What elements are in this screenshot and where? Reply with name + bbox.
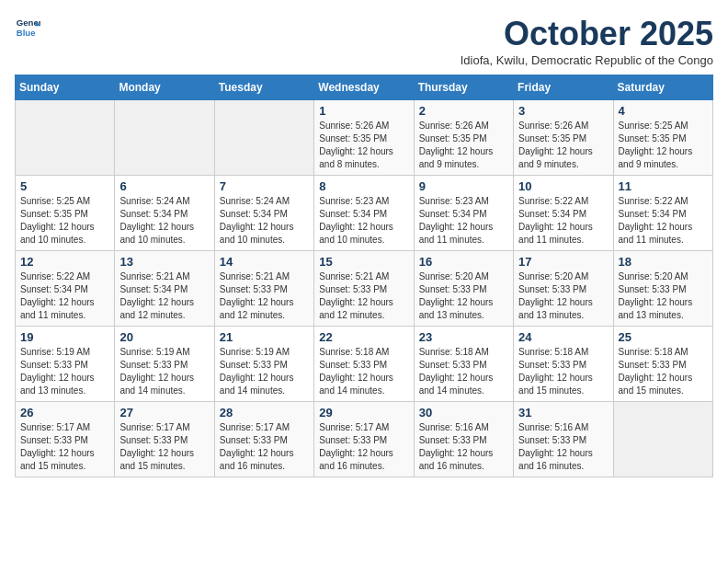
day-number: 19 <box>20 330 109 344</box>
day-number: 20 <box>119 330 209 344</box>
day-number: 18 <box>619 255 708 269</box>
day-info: Sunrise: 5:24 AM Sunset: 5:34 PM Dayligh… <box>119 195 209 247</box>
day-number: 14 <box>220 255 309 269</box>
calendar-cell: 3Sunrise: 5:26 AM Sunset: 5:35 PM Daylig… <box>514 100 613 176</box>
day-info: Sunrise: 5:22 AM Sunset: 5:34 PM Dayligh… <box>619 195 708 247</box>
weekday-header-thursday: Thursday <box>414 75 513 100</box>
day-number: 31 <box>518 406 608 419</box>
calendar-cell: 8Sunrise: 5:23 AM Sunset: 5:34 PM Daylig… <box>314 176 414 251</box>
week-row-3: 12Sunrise: 5:22 AM Sunset: 5:34 PM Dayli… <box>16 251 713 327</box>
calendar-cell: 7Sunrise: 5:24 AM Sunset: 5:34 PM Daylig… <box>214 176 313 251</box>
day-number: 24 <box>518 330 608 344</box>
calendar-cell: 17Sunrise: 5:20 AM Sunset: 5:33 PM Dayli… <box>514 251 613 327</box>
day-info: Sunrise: 5:18 AM Sunset: 5:33 PM Dayligh… <box>319 346 408 397</box>
calendar-cell: 29Sunrise: 5:17 AM Sunset: 5:33 PM Dayli… <box>314 402 414 477</box>
weekday-header-wednesday: Wednesday <box>314 75 414 100</box>
calendar-table: SundayMondayTuesdayWednesdayThursdayFrid… <box>15 75 713 477</box>
week-row-2: 5Sunrise: 5:25 AM Sunset: 5:35 PM Daylig… <box>16 176 713 251</box>
day-number: 16 <box>419 255 508 269</box>
day-info: Sunrise: 5:19 AM Sunset: 5:33 PM Dayligh… <box>119 346 209 397</box>
weekday-header-monday: Monday <box>115 75 214 100</box>
calendar-cell: 27Sunrise: 5:17 AM Sunset: 5:33 PM Dayli… <box>115 402 214 477</box>
calendar-cell: 10Sunrise: 5:22 AM Sunset: 5:34 PM Dayli… <box>514 176 613 251</box>
calendar-cell: 26Sunrise: 5:17 AM Sunset: 5:33 PM Dayli… <box>16 402 115 477</box>
day-info: Sunrise: 5:23 AM Sunset: 5:34 PM Dayligh… <box>319 195 408 247</box>
day-number: 13 <box>119 255 209 269</box>
calendar-cell: 12Sunrise: 5:22 AM Sunset: 5:34 PM Dayli… <box>16 251 115 327</box>
calendar-cell: 21Sunrise: 5:19 AM Sunset: 5:33 PM Dayli… <box>214 327 313 402</box>
day-number: 2 <box>419 104 508 118</box>
calendar-cell: 4Sunrise: 5:25 AM Sunset: 5:35 PM Daylig… <box>613 100 712 176</box>
subtitle: Idiofa, Kwilu, Democratic Republic of th… <box>461 53 713 67</box>
day-number: 11 <box>619 179 708 193</box>
svg-text:Blue: Blue <box>17 28 36 38</box>
day-info: Sunrise: 5:25 AM Sunset: 5:35 PM Dayligh… <box>619 120 708 171</box>
day-number: 10 <box>518 179 608 193</box>
calendar-cell <box>613 402 712 477</box>
day-info: Sunrise: 5:20 AM Sunset: 5:33 PM Dayligh… <box>419 270 508 322</box>
weekday-header-tuesday: Tuesday <box>214 75 313 100</box>
day-info: Sunrise: 5:26 AM Sunset: 5:35 PM Dayligh… <box>319 120 408 171</box>
day-number: 23 <box>419 330 508 344</box>
day-number: 3 <box>518 104 608 118</box>
day-number: 4 <box>619 104 708 118</box>
day-info: Sunrise: 5:16 AM Sunset: 5:33 PM Dayligh… <box>419 421 508 473</box>
week-row-1: 1Sunrise: 5:26 AM Sunset: 5:35 PM Daylig… <box>16 100 713 176</box>
day-info: Sunrise: 5:17 AM Sunset: 5:33 PM Dayligh… <box>319 421 408 473</box>
day-info: Sunrise: 5:24 AM Sunset: 5:34 PM Dayligh… <box>220 195 309 247</box>
day-number: 6 <box>119 179 209 193</box>
calendar-cell: 31Sunrise: 5:16 AM Sunset: 5:33 PM Dayli… <box>514 402 613 477</box>
calendar-cell: 25Sunrise: 5:18 AM Sunset: 5:33 PM Dayli… <box>613 327 712 402</box>
day-info: Sunrise: 5:23 AM Sunset: 5:34 PM Dayligh… <box>419 195 508 247</box>
day-info: Sunrise: 5:25 AM Sunset: 5:35 PM Dayligh… <box>20 195 109 247</box>
day-info: Sunrise: 5:22 AM Sunset: 5:34 PM Dayligh… <box>20 270 109 322</box>
day-info: Sunrise: 5:18 AM Sunset: 5:33 PM Dayligh… <box>419 346 508 397</box>
day-number: 17 <box>518 255 608 269</box>
day-number: 21 <box>220 330 309 344</box>
calendar-cell <box>16 100 115 176</box>
day-info: Sunrise: 5:17 AM Sunset: 5:33 PM Dayligh… <box>20 421 109 473</box>
calendar-cell: 13Sunrise: 5:21 AM Sunset: 5:34 PM Dayli… <box>115 251 214 327</box>
day-info: Sunrise: 5:18 AM Sunset: 5:33 PM Dayligh… <box>619 346 708 397</box>
day-number: 25 <box>619 330 708 344</box>
weekday-header-sunday: Sunday <box>16 75 115 100</box>
day-number: 12 <box>20 255 109 269</box>
day-info: Sunrise: 5:22 AM Sunset: 5:34 PM Dayligh… <box>518 195 608 247</box>
weekday-header-saturday: Saturday <box>613 75 712 100</box>
calendar-cell: 23Sunrise: 5:18 AM Sunset: 5:33 PM Dayli… <box>414 327 513 402</box>
calendar-cell: 16Sunrise: 5:20 AM Sunset: 5:33 PM Dayli… <box>414 251 513 327</box>
day-info: Sunrise: 5:17 AM Sunset: 5:33 PM Dayligh… <box>220 421 309 473</box>
day-info: Sunrise: 5:21 AM Sunset: 5:33 PM Dayligh… <box>220 270 309 322</box>
day-info: Sunrise: 5:21 AM Sunset: 5:33 PM Dayligh… <box>319 270 408 322</box>
day-info: Sunrise: 5:20 AM Sunset: 5:33 PM Dayligh… <box>619 270 708 322</box>
day-number: 9 <box>419 179 508 193</box>
day-info: Sunrise: 5:19 AM Sunset: 5:33 PM Dayligh… <box>20 346 109 397</box>
day-info: Sunrise: 5:16 AM Sunset: 5:33 PM Dayligh… <box>518 421 608 473</box>
day-info: Sunrise: 5:26 AM Sunset: 5:35 PM Dayligh… <box>518 120 608 171</box>
calendar-cell: 24Sunrise: 5:18 AM Sunset: 5:33 PM Dayli… <box>514 327 613 402</box>
weekday-header-row: SundayMondayTuesdayWednesdayThursdayFrid… <box>16 75 713 100</box>
day-info: Sunrise: 5:17 AM Sunset: 5:33 PM Dayligh… <box>119 421 209 473</box>
day-number: 29 <box>319 406 408 419</box>
day-number: 28 <box>220 406 309 419</box>
logo-icon: General Blue <box>15 15 40 40</box>
calendar-cell: 28Sunrise: 5:17 AM Sunset: 5:33 PM Dayli… <box>214 402 313 477</box>
day-number: 5 <box>20 179 109 193</box>
calendar-cell: 20Sunrise: 5:19 AM Sunset: 5:33 PM Dayli… <box>115 327 214 402</box>
day-number: 22 <box>319 330 408 344</box>
day-info: Sunrise: 5:18 AM Sunset: 5:33 PM Dayligh… <box>518 346 608 397</box>
calendar-cell: 30Sunrise: 5:16 AM Sunset: 5:33 PM Dayli… <box>414 402 513 477</box>
logo: General Blue <box>15 15 40 40</box>
page-header: General Blue October 2025 Idiofa, Kwilu,… <box>15 15 713 67</box>
day-info: Sunrise: 5:19 AM Sunset: 5:33 PM Dayligh… <box>220 346 309 397</box>
month-title: October 2025 <box>461 15 713 53</box>
day-number: 30 <box>419 406 508 419</box>
day-number: 26 <box>20 406 109 419</box>
calendar-cell: 14Sunrise: 5:21 AM Sunset: 5:33 PM Dayli… <box>214 251 313 327</box>
calendar-cell: 9Sunrise: 5:23 AM Sunset: 5:34 PM Daylig… <box>414 176 513 251</box>
calendar-cell: 5Sunrise: 5:25 AM Sunset: 5:35 PM Daylig… <box>16 176 115 251</box>
day-info: Sunrise: 5:26 AM Sunset: 5:35 PM Dayligh… <box>419 120 508 171</box>
calendar-cell: 11Sunrise: 5:22 AM Sunset: 5:34 PM Dayli… <box>613 176 712 251</box>
day-info: Sunrise: 5:20 AM Sunset: 5:33 PM Dayligh… <box>518 270 608 322</box>
calendar-cell <box>115 100 214 176</box>
